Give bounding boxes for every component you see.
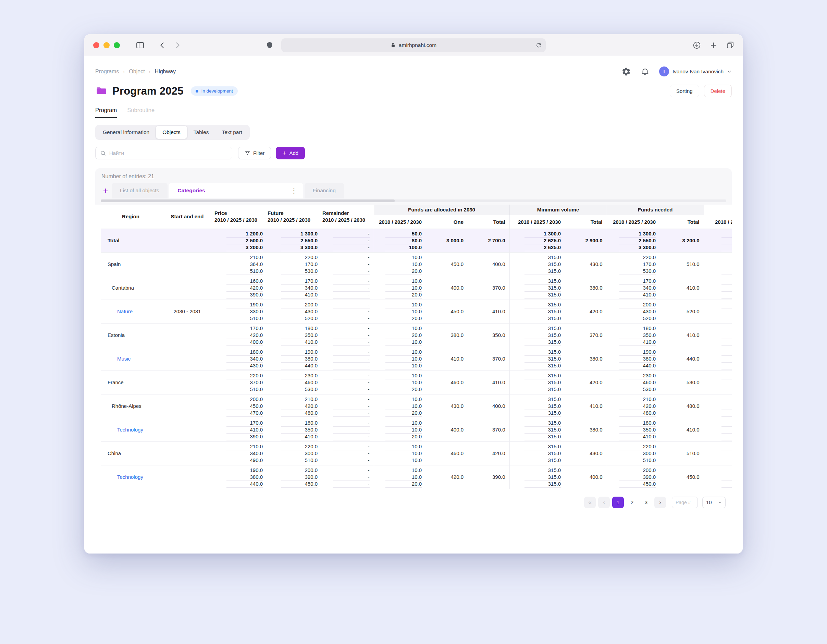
cell-funds-allocated: 10.010.020.0 bbox=[374, 276, 426, 300]
per-page-select[interactable]: 10 bbox=[702, 497, 726, 508]
tab-objects[interactable]: Objects bbox=[156, 126, 187, 139]
sidebar-toggle-icon[interactable] bbox=[136, 41, 145, 50]
column-header-one: One bbox=[426, 215, 468, 228]
close-window-button[interactable] bbox=[93, 42, 99, 48]
pagination-next-button[interactable]: › bbox=[654, 497, 666, 508]
start-end-cell bbox=[161, 418, 214, 441]
chevron-right-icon: › bbox=[149, 69, 151, 74]
view-tab-categories[interactable]: Categories ⋮ bbox=[169, 183, 303, 199]
cell-remainder: --- bbox=[322, 441, 374, 465]
cell-funds-allocated: 10.010.020.0 bbox=[374, 418, 426, 441]
region-link[interactable]: Nature bbox=[101, 300, 161, 323]
tab-subroutine[interactable]: Subroutine bbox=[127, 107, 154, 118]
tab-general-information[interactable]: General information bbox=[96, 126, 156, 139]
delete-button[interactable]: Delete bbox=[704, 84, 732, 97]
pagination-first-button[interactable]: « bbox=[584, 497, 596, 508]
view-tab-list-of-all-objects[interactable]: List of all objects bbox=[112, 183, 167, 199]
downloads-icon[interactable] bbox=[692, 41, 701, 50]
cell-allocated-total: 410.0 bbox=[468, 300, 509, 323]
cell-minimum-volume: 1 300.02 625.02 625.0 bbox=[509, 228, 565, 252]
start-end-cell bbox=[161, 276, 214, 300]
browser-chrome: amirhpnahi.com bbox=[84, 34, 743, 56]
cell-allocated-one: 380.0 bbox=[426, 323, 468, 347]
refresh-icon[interactable] bbox=[535, 42, 542, 48]
sorting-button[interactable]: Sorting bbox=[670, 84, 699, 97]
column-header-start-end: Start and end bbox=[161, 205, 214, 228]
user-menu[interactable]: I Ivanov Ivan Ivanovich bbox=[659, 67, 732, 77]
tab-overview-icon[interactable] bbox=[726, 41, 735, 49]
region-name: Cantabria bbox=[101, 276, 161, 300]
breadcrumb-item-programs[interactable]: Programs bbox=[95, 69, 119, 75]
cell-funds-needed: 180.0350.0410.0 bbox=[607, 418, 660, 441]
breadcrumb-item-object[interactable]: Object bbox=[129, 69, 145, 75]
cell-allocated-one: 410.0 bbox=[426, 347, 468, 370]
cell-future: 200.0390.0450.0 bbox=[267, 465, 322, 489]
region-link[interactable]: Technology bbox=[101, 418, 161, 441]
minimize-window-button[interactable] bbox=[103, 42, 110, 48]
forward-button[interactable] bbox=[173, 41, 182, 49]
pagination-prev-button[interactable]: ‹ bbox=[598, 497, 610, 508]
view-tab-financing[interactable]: Financing bbox=[304, 183, 344, 199]
cell-needed-total: 510.0 bbox=[660, 252, 704, 276]
cell-remainder: --- bbox=[322, 228, 374, 252]
column-header-needed-total: Total bbox=[660, 215, 704, 228]
add-button[interactable]: + Add bbox=[276, 147, 305, 159]
region-link[interactable]: Technology bbox=[101, 465, 161, 489]
group-header-funds-allocated: Funds are allocated in 2030 bbox=[374, 205, 509, 215]
cell-funds-allocated: 10.010.020.0 bbox=[374, 394, 426, 418]
tab-tables[interactable]: Tables bbox=[187, 126, 215, 139]
search-input[interactable] bbox=[109, 150, 228, 156]
view-tabs: + List of all objects Categories ⋮ Finan… bbox=[95, 183, 732, 199]
cell-minimum-volume: 315.0315.0315.0 bbox=[509, 347, 565, 370]
tab-program[interactable]: Program bbox=[95, 107, 117, 118]
cell-clipped bbox=[704, 418, 732, 441]
cell-funds-allocated: 10.010.010.0 bbox=[374, 441, 426, 465]
scrollbar-thumb[interactable] bbox=[101, 200, 395, 202]
pagination-page-1[interactable]: 1 bbox=[612, 497, 624, 508]
notifications-bell-icon[interactable] bbox=[641, 67, 649, 76]
back-button[interactable] bbox=[158, 41, 167, 49]
user-name: Ivanov Ivan Ivanovich bbox=[673, 69, 724, 75]
cell-remainder: --- bbox=[322, 252, 374, 276]
cell-price: 170.0420.0400.0 bbox=[214, 323, 267, 347]
zoom-window-button[interactable] bbox=[114, 42, 120, 48]
column-header-remainder: Remainder2010 / 2025 / 2030 bbox=[322, 205, 374, 228]
per-page-value: 10 bbox=[706, 499, 712, 505]
objects-panel: Number of entries: 21 + List of all obje… bbox=[95, 168, 732, 515]
cell-minimum-total: 380.0 bbox=[565, 347, 607, 370]
add-view-button[interactable]: + bbox=[99, 186, 112, 195]
start-end-cell bbox=[161, 370, 214, 394]
new-tab-icon[interactable] bbox=[710, 41, 718, 49]
table-row: Spain210.0364.0510.0220.0170.0530.0---10… bbox=[101, 252, 732, 276]
cell-clipped bbox=[704, 370, 732, 394]
start-end-cell bbox=[161, 252, 214, 276]
cell-funds-allocated: 10.010.020.0 bbox=[374, 370, 426, 394]
pagination-page-input[interactable] bbox=[672, 497, 698, 508]
url-bar[interactable]: amirhpnahi.com bbox=[281, 38, 546, 52]
table-row: Nature2030 - 2031190.0330.0510.0200.0430… bbox=[101, 300, 732, 323]
cell-allocated-one: 400.0 bbox=[426, 418, 468, 441]
cell-remainder: --- bbox=[322, 394, 374, 418]
cell-needed-total: 530.0 bbox=[660, 370, 704, 394]
cell-minimum-volume: 315.0315.0315.0 bbox=[509, 418, 565, 441]
table-row: Music180.0340.0430.0190.0380.0440.0---10… bbox=[101, 347, 732, 370]
cell-remainder: --- bbox=[322, 323, 374, 347]
pagination-page-2[interactable]: 2 bbox=[626, 497, 638, 508]
settings-gear-icon[interactable] bbox=[621, 67, 631, 77]
lock-icon bbox=[390, 42, 396, 48]
cell-price: 210.0340.0490.0 bbox=[214, 441, 267, 465]
chevron-right-icon: › bbox=[123, 69, 125, 74]
tab-text-part[interactable]: Text part bbox=[215, 126, 249, 139]
view-tab-categories-label: Categories bbox=[178, 188, 205, 194]
kebab-menu-icon[interactable]: ⋮ bbox=[290, 186, 298, 195]
add-button-label: Add bbox=[289, 150, 298, 156]
breadcrumb: Programs › Object › Highway bbox=[95, 69, 176, 75]
privacy-shield-icon[interactable] bbox=[265, 41, 274, 49]
cell-needed-total: 520.0 bbox=[660, 300, 704, 323]
pagination-page-3[interactable]: 3 bbox=[640, 497, 652, 508]
chrome-right-icons bbox=[692, 34, 735, 56]
region-link[interactable]: Music bbox=[101, 347, 161, 370]
region-name: France bbox=[101, 370, 161, 394]
cell-funds-needed: 220.0300.0510.0 bbox=[607, 441, 660, 465]
filter-button[interactable]: Filter bbox=[238, 147, 271, 159]
